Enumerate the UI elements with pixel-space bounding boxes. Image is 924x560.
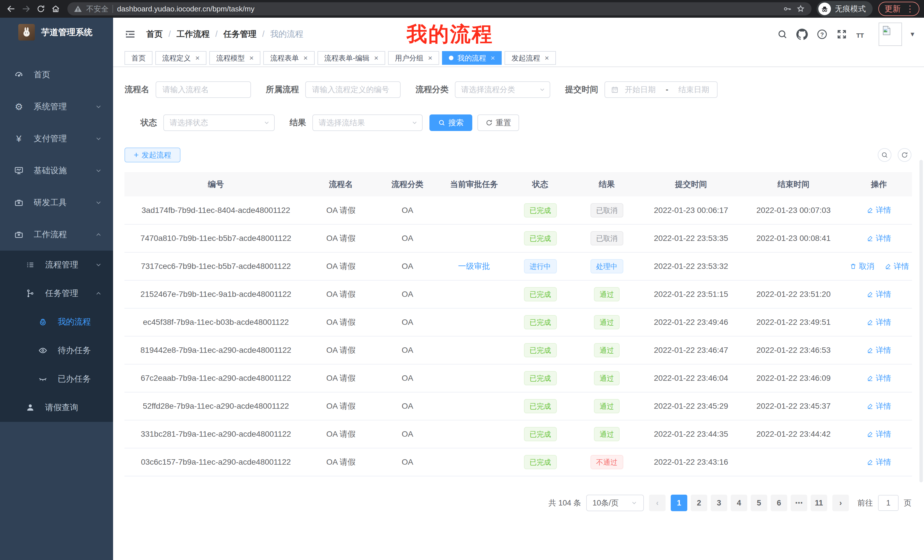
sidebar-item-done-tasks[interactable]: 已办任务 <box>0 365 113 393</box>
sidebar-item-my-process[interactable]: 我的流程 <box>0 308 113 336</box>
gear-icon: ⚙ <box>14 101 24 112</box>
breadcrumb-home[interactable]: 首页 <box>146 28 163 40</box>
tab[interactable]: 发起流程 × <box>504 51 556 65</box>
reload-icon[interactable] <box>34 2 47 15</box>
chevron-down-icon <box>95 103 102 111</box>
detail-link[interactable]: 详情 <box>867 205 891 215</box>
tab[interactable]: 流程模型 × <box>209 51 260 65</box>
process-def-input[interactable] <box>305 81 400 98</box>
reset-button[interactable]: 重置 <box>477 114 519 131</box>
github-icon[interactable] <box>796 28 808 40</box>
key-icon[interactable] <box>783 4 792 13</box>
address-bar[interactable]: 不安全 dashboard.yudao.iocoder.cn/bpm/task/… <box>68 2 812 15</box>
page-button[interactable]: 11 <box>811 495 827 511</box>
cell-category: OA <box>375 252 440 280</box>
breadcrumb-task-mgmt[interactable]: 任务管理 <box>223 28 256 40</box>
sidebar-item-system[interactable]: ⚙ 系统管理 <box>0 91 113 123</box>
url-text: dashboard.yudao.iocoder.cn/bpm/task/my <box>117 4 254 13</box>
fullscreen-icon[interactable] <box>836 29 847 40</box>
detail-link[interactable]: 详情 <box>867 289 891 299</box>
sidebar-collapse-icon[interactable] <box>124 28 136 40</box>
current-task-link[interactable]: 一级审批 <box>458 262 490 271</box>
detail-link[interactable]: 详情 <box>867 317 891 327</box>
status-select[interactable]: 请选择状态 <box>164 114 274 131</box>
page-button[interactable]: 4 <box>731 495 747 511</box>
sidebar-item-task-mgmt[interactable]: 任务管理 <box>0 279 113 308</box>
next-page-button[interactable]: › <box>832 495 849 511</box>
sidebar-item-infra[interactable]: 基础设施 <box>0 155 113 187</box>
tab[interactable]: 首页 × <box>124 51 153 65</box>
date-range-picker[interactable]: 开始日期 - 结束日期 <box>604 81 717 98</box>
logo[interactable]: 芋道管理系统 <box>0 18 113 47</box>
chevron-down-icon <box>95 167 102 174</box>
avatar[interactable] <box>879 22 902 46</box>
user-icon <box>25 403 35 412</box>
page-size-select[interactable]: 10条/页 <box>586 495 644 511</box>
cell-process-name: OA 请假 <box>307 448 375 476</box>
cell-process-name: OA 请假 <box>307 196 375 225</box>
page-button[interactable]: 3 <box>711 495 727 511</box>
home-icon[interactable] <box>49 2 62 15</box>
avatar-caret-icon[interactable]: ▾ <box>910 30 914 39</box>
incognito-icon <box>818 3 831 15</box>
tab[interactable]: 流程表单-编辑 × <box>318 51 386 65</box>
goto-page-input[interactable] <box>878 495 898 511</box>
detail-link[interactable]: 详情 <box>867 457 891 467</box>
detail-link[interactable]: 详情 <box>867 345 891 355</box>
update-button[interactable]: 更新 ⋮ <box>878 2 920 16</box>
edit-pen-icon <box>867 431 873 437</box>
status-badge: 已完成 <box>524 399 557 413</box>
sidebar-item-home[interactable]: 首页 <box>0 59 113 91</box>
page-button[interactable]: 1 <box>671 495 687 511</box>
tab-close-icon[interactable]: × <box>195 54 200 63</box>
sidebar-item-payment[interactable]: ¥ 支付管理 <box>0 123 113 155</box>
refresh-table-icon[interactable] <box>898 148 911 162</box>
sidebar-item-process-mgmt[interactable]: 流程管理 <box>0 251 113 279</box>
tab-close-icon[interactable]: × <box>428 54 432 63</box>
list-icon <box>25 260 35 270</box>
bookmark-star-icon[interactable] <box>796 4 805 13</box>
help-icon[interactable]: ? <box>816 28 828 40</box>
category-select[interactable]: 请选择流程分类 <box>455 81 550 98</box>
sidebar-item-workflow[interactable]: 工作流程 <box>0 219 113 251</box>
page-button[interactable]: 6 <box>771 495 787 511</box>
create-process-button[interactable]: + 发起流程 <box>124 148 180 162</box>
tab-close-icon[interactable]: × <box>303 54 308 63</box>
tab-close-icon[interactable]: × <box>374 54 378 63</box>
sidebar-item-leave-query[interactable]: 请假查询 <box>0 393 113 422</box>
result-badge: 不通过 <box>591 455 623 469</box>
tab-close-icon[interactable]: × <box>544 54 549 63</box>
search-button[interactable]: 搜索 <box>429 114 472 131</box>
scrollbar[interactable] <box>920 160 923 482</box>
cell-end-time <box>741 252 846 280</box>
font-size-icon[interactable]: TT <box>856 28 868 40</box>
breadcrumb-workflow[interactable]: 工作流程 <box>177 28 210 40</box>
sidebar-item-todo-tasks[interactable]: 待办任务 <box>0 336 113 365</box>
tab[interactable]: 用户分组 × <box>388 51 439 65</box>
search-icon[interactable] <box>777 29 788 40</box>
tab-close-icon[interactable]: × <box>249 54 254 63</box>
page-button[interactable]: 5 <box>751 495 767 511</box>
table-toolbar: + 发起流程 <box>124 148 911 162</box>
status-badge: 已完成 <box>524 455 557 469</box>
tab[interactable]: 流程定义 × <box>155 51 207 65</box>
process-name-input[interactable] <box>156 81 251 98</box>
sidebar-item-devtools[interactable]: 研发工具 <box>0 187 113 219</box>
page-button[interactable]: 2 <box>691 495 707 511</box>
page-button[interactable]: ⋯ <box>790 495 807 511</box>
detail-link[interactable]: 详情 <box>867 233 891 244</box>
cancel-link[interactable]: 取消 <box>850 261 874 271</box>
back-icon[interactable] <box>4 2 18 15</box>
detail-link[interactable]: 详情 <box>867 373 891 383</box>
browser-menu-icon[interactable]: ⋮ <box>904 4 916 13</box>
forward-icon[interactable] <box>20 2 33 15</box>
detail-link[interactable]: 详情 <box>885 261 909 271</box>
detail-link[interactable]: 详情 <box>867 429 891 439</box>
tab-close-icon[interactable]: × <box>490 54 495 63</box>
detail-link[interactable]: 详情 <box>867 401 891 411</box>
tab[interactable]: 流程表单 × <box>263 51 314 65</box>
tab[interactable]: 我的流程 × <box>442 51 502 65</box>
prev-page-button[interactable]: ‹ <box>649 495 666 511</box>
toggle-search-icon[interactable] <box>878 148 891 162</box>
result-select[interactable]: 请选择流结果 <box>312 114 423 131</box>
